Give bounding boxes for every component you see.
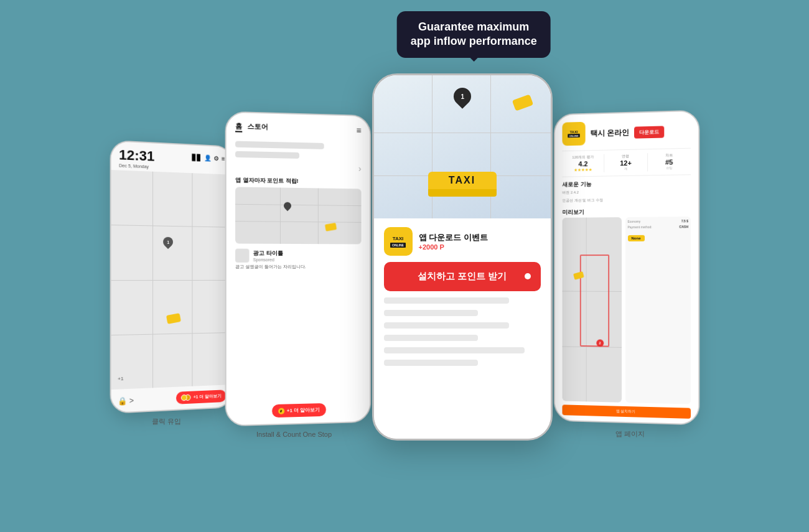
phone2-ad-map bbox=[235, 187, 362, 244]
phone4-app-name: 택시 온라인 bbox=[590, 127, 629, 139]
ad-grid-v2 bbox=[317, 188, 318, 244]
placeholder-2 bbox=[235, 151, 299, 158]
stat-chart: 차트 #5 슈팅 bbox=[647, 152, 690, 172]
phone3-app-bonus: +2000 P bbox=[419, 243, 541, 251]
hero-pin-circle: 1 bbox=[450, 84, 475, 109]
main-scene: Guarantee maximum app inflow performance… bbox=[0, 0, 809, 532]
coin1 bbox=[180, 394, 187, 401]
phone2-ad-desc: 광고 설명글이 들어가는 자리입니다. bbox=[235, 263, 362, 269]
ad-grid-h1 bbox=[235, 203, 362, 205]
phone3-body: TAXI ONLINE 앱 다운로드 이벤트 +2000 P 설치하고 포인트 … bbox=[374, 218, 551, 439]
taxi-sign-bottom bbox=[428, 189, 497, 197]
phone1-map: 1 bbox=[111, 170, 231, 390]
pin-number: 1 bbox=[167, 240, 169, 244]
stat-age: 연령 12+ 개 bbox=[604, 153, 647, 172]
phone2-ad-pin bbox=[282, 200, 292, 210]
phone2-label: Install & Count One Stop bbox=[256, 431, 332, 438]
detail-economy-val: 7.5 $ bbox=[681, 219, 688, 223]
ad-grid-h2 bbox=[235, 221, 362, 223]
taxi-sign: TAXI bbox=[428, 172, 497, 197]
phone4-download-button[interactable]: 다운로드 bbox=[634, 126, 664, 138]
detail-economy-key: Economy bbox=[627, 220, 640, 223]
phone4: TAXI ONLINE 택시 온라인 다운로드 120개의 평가 4.2 ★★★… bbox=[553, 110, 699, 426]
hero-pin-num: 1 bbox=[461, 93, 464, 100]
map-grid-v2 bbox=[192, 173, 192, 386]
phone2: 홈 스토어 ≡ › 앱 열자마자 포인트 적립! bbox=[225, 111, 370, 426]
phone4-stats: 120개의 평가 4.2 ★★★★★ 연령 12+ 개 차트 #5 슈팅 bbox=[562, 148, 691, 177]
phone3-hero-pin: 1 bbox=[454, 88, 471, 105]
nav-store[interactable]: 스토어 bbox=[247, 121, 268, 133]
map-grid-h3 bbox=[111, 332, 231, 335]
ph-line-2 bbox=[384, 310, 478, 316]
cta-coin-icon: ₽ bbox=[278, 408, 284, 414]
phone3: 1 TAXI bbox=[372, 73, 553, 441]
phone1: 12:31 Dec 5, Monday ▊▊ 👤 ⚙ ≡ bbox=[110, 140, 233, 414]
phone1-wrapper: 12:31 Dec 5, Monday ▊▊ 👤 ⚙ ≡ bbox=[111, 143, 223, 426]
phone3-hero: 1 TAXI bbox=[374, 75, 551, 218]
phone4-orange-cta[interactable]: 앱 설치하기 bbox=[562, 404, 691, 419]
stat-age-sub: 개 bbox=[604, 166, 647, 170]
ph-line-4 bbox=[384, 335, 478, 341]
phone2-ad-label: 앱 열자마자 포인트 적립! bbox=[235, 176, 362, 186]
phone4-screen: TAXI ONLINE 택시 온라인 다운로드 120개의 평가 4.2 ★★★… bbox=[554, 111, 698, 424]
phone1-cta-button[interactable]: +1 더 알아보기 bbox=[176, 390, 226, 404]
phone4-preview-row: 2 Economy 7.5 $ Payment method: C bbox=[554, 217, 698, 404]
phone4-preview-detail: Economy 7.5 $ Payment method: CASH None bbox=[625, 217, 691, 404]
phone4-preview-label: 미리보기 bbox=[554, 205, 698, 218]
phone2-content: › 앱 열자마자 포인트 적립! 광고 타이틀 bbox=[226, 137, 369, 395]
detail-payment-val: CASH bbox=[679, 225, 688, 228]
app-icon-taxi-text: TAXI bbox=[391, 235, 406, 242]
arrow-right-icon: › bbox=[235, 161, 362, 173]
phone3-app-row: TAXI ONLINE 앱 다운로드 이벤트 +2000 P bbox=[384, 227, 541, 256]
phone1-status-bar: 12:31 Dec 5, Monday ▊▊ 👤 ⚙ ≡ bbox=[111, 141, 231, 175]
person-icon: 👤 bbox=[204, 154, 212, 161]
phone4-wrapper: TAXI ONLINE 택시 온라인 다운로드 120개의 평가 4.2 ★★★… bbox=[562, 112, 699, 439]
phone2-ad-title: 광고 타이틀 bbox=[253, 249, 283, 257]
phone2-ad-title-row: 광고 타이틀 Sponsored bbox=[235, 248, 362, 262]
detail-payment-key: Payment method: bbox=[627, 225, 652, 229]
phone4-preview-map: 2 bbox=[562, 217, 621, 403]
install-dot-indicator bbox=[525, 273, 531, 279]
phone2-cta-button[interactable]: ₽ +1 더 알아보기 bbox=[271, 403, 325, 417]
phone4-label: 앱 페이지 bbox=[615, 429, 645, 439]
phone3-wrapper: 1 TAXI bbox=[366, 73, 559, 441]
ph-line-5 bbox=[384, 347, 525, 353]
tooltip-line2: app inflow performance bbox=[411, 35, 537, 47]
phone3-hero-taxi: TAXI bbox=[419, 162, 506, 206]
phone1-label: 클릭 유입 bbox=[152, 417, 181, 426]
nav-home[interactable]: 홈 bbox=[235, 121, 242, 132]
detail-economy-row: Economy 7.5 $ bbox=[627, 219, 688, 223]
coins-icon bbox=[180, 394, 190, 401]
phone1-time: 12:31 bbox=[119, 148, 154, 164]
phone3-install-text: 설치하고 포인트 받기 bbox=[418, 271, 507, 281]
route-overlay bbox=[579, 254, 609, 347]
phone3-install-button[interactable]: 설치하고 포인트 받기 bbox=[384, 262, 541, 291]
ph-line-1 bbox=[384, 297, 510, 304]
phone1-screen: 12:31 Dec 5, Monday ▊▊ 👤 ⚙ ≡ bbox=[111, 141, 231, 413]
map-grid-h1 bbox=[111, 225, 231, 228]
hamburger-icon[interactable]: ≡ bbox=[356, 125, 361, 135]
phone3-small-taxi bbox=[512, 94, 533, 111]
phone1-plus-label: +1 bbox=[118, 376, 123, 382]
phone2-ad-sponsored: Sponsored bbox=[253, 257, 283, 261]
map-pin-2-num: 2 bbox=[599, 341, 601, 345]
stat-rating: 120개의 평가 4.2 ★★★★★ bbox=[562, 154, 604, 173]
ph-line-6 bbox=[384, 360, 478, 366]
phone1-date: Dec 5, Monday bbox=[119, 163, 154, 169]
phone4-app-name-group: 택시 온라인 bbox=[590, 127, 629, 139]
taxi-sign-top: TAXI bbox=[428, 172, 497, 189]
ad-grid-v1 bbox=[280, 187, 281, 243]
phone1-taxi-car bbox=[166, 313, 181, 324]
stat-chart-sub: 슈팅 bbox=[647, 166, 690, 170]
ph-line-3 bbox=[384, 322, 510, 329]
phone3-app-info: 앱 다운로드 이벤트 +2000 P bbox=[419, 232, 541, 251]
app-icon-online-text: ONLINE bbox=[390, 243, 406, 248]
phone2-screen: 홈 스토어 ≡ › 앱 열자마자 포인트 적립! bbox=[226, 112, 369, 425]
tooltip-bubble: Guarantee maximum app inflow performance bbox=[397, 11, 551, 58]
ad-title-group: 광고 타이틀 Sponsored bbox=[253, 249, 283, 261]
map-pin-2: 2 bbox=[596, 339, 603, 347]
phone3-app-title: 앱 다운로드 이벤트 bbox=[419, 232, 541, 243]
detail-none-btn[interactable]: None bbox=[627, 235, 644, 241]
phone2-nav: 홈 스토어 bbox=[235, 121, 268, 133]
phone2-ad-taxi bbox=[325, 222, 337, 231]
